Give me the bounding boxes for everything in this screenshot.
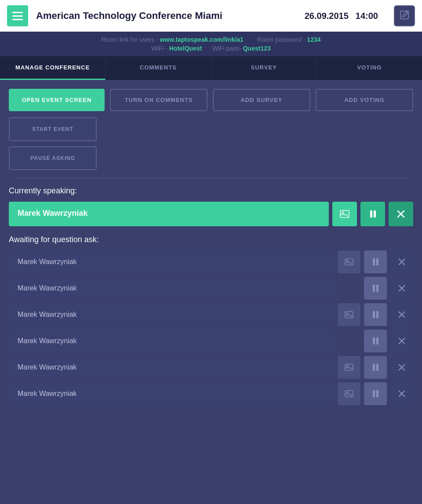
turn-on-comments-button[interactable]: TURN ON COMMENTS — [110, 89, 207, 111]
add-voting-button[interactable]: ADD VOTING — [316, 89, 413, 111]
room-link-label: Room link for users - — [101, 36, 160, 43]
image-icon — [345, 390, 353, 397]
pause-icon — [373, 311, 378, 318]
awaiting-remove-button[interactable] — [390, 277, 413, 300]
close-icon — [397, 210, 405, 218]
awaiting-speaker-name: Marek Wawrzyniak — [9, 304, 334, 326]
room-password: 1234 — [307, 36, 320, 43]
awaiting-list: Marek Wawrzyniak — [9, 250, 413, 405]
awaiting-remove-button[interactable] — [390, 330, 413, 352]
awaiting-image-button[interactable] — [338, 382, 360, 405]
action-row-1: OPEN EVENT SCREEN TURN ON COMMENTS ADD S… — [9, 89, 413, 111]
wifi-pass-label: WiFi pass- — [212, 45, 243, 52]
speaker-image-button[interactable] — [332, 202, 357, 226]
svg-point-6 — [347, 313, 349, 315]
pause-asking-button[interactable]: PAUSE ASKING — [9, 146, 97, 170]
close-icon — [398, 285, 405, 292]
room-link-row: Room link for users - www.taptospeak.com… — [9, 36, 413, 43]
edit-button[interactable] — [394, 5, 415, 26]
tab-manage-conference[interactable]: MANAGE CONFERENCE — [0, 56, 106, 80]
info-bar: Room link for users - www.taptospeak.com… — [0, 32, 422, 56]
list-item: Marek Wawrzyniak — [9, 382, 413, 405]
pause-icon — [373, 337, 378, 344]
pause-icon — [373, 390, 378, 397]
currently-speaking-label: Currently speaking: — [9, 186, 413, 196]
close-icon — [398, 258, 405, 265]
open-event-screen-button[interactable]: OPEN EVENT SCREEN — [9, 89, 105, 111]
svg-point-8 — [347, 366, 349, 367]
edit-icon — [400, 11, 409, 22]
room-password-label: Room password - — [257, 36, 307, 43]
awaiting-speaker-name: Marek Wawrzyniak — [9, 383, 334, 405]
wifi-pass: Quest123 — [243, 45, 271, 52]
awaiting-image-button[interactable] — [338, 303, 360, 326]
awaiting-pause-button[interactable] — [364, 330, 387, 352]
awaiting-pause-button[interactable] — [364, 277, 387, 300]
list-item: Marek Wawrzyniak — [9, 250, 413, 273]
start-event-button[interactable]: START EVENT — [9, 117, 97, 141]
awaiting-image-button[interactable] — [338, 250, 360, 273]
header-date: 26.09.2015 — [305, 11, 349, 21]
header-time: 14:00 — [356, 11, 378, 21]
awaiting-pause-button[interactable] — [364, 303, 387, 326]
list-item: Marek Wawrzyniak — [9, 303, 413, 326]
image-icon — [340, 210, 349, 218]
awaiting-remove-button[interactable] — [390, 356, 413, 379]
menu-button[interactable] — [7, 5, 28, 26]
room-link-url[interactable]: www.taptospeak.com/link/a1 — [160, 36, 244, 43]
wifi-row: WiFi - HotelQuest WiFi pass- Quest123 — [9, 45, 413, 52]
tab-comments[interactable]: COMMENTS — [106, 56, 211, 80]
pause-icon — [373, 364, 378, 371]
image-icon — [345, 364, 353, 371]
svg-point-4 — [347, 260, 349, 262]
add-survey-button[interactable]: ADD SURVEY — [213, 89, 310, 111]
conference-title: American Technology Conference Miami — [36, 10, 305, 22]
awaiting-remove-button[interactable] — [390, 382, 413, 405]
pause-icon — [373, 285, 378, 292]
list-item: Marek Wawrzyniak — [9, 277, 413, 300]
main-content: OPEN EVENT SCREEN TURN ON COMMENTS ADD S… — [0, 80, 422, 417]
awaiting-speaker-name: Marek Wawrzyniak — [9, 277, 334, 299]
tab-survey[interactable]: SURVEY — [211, 56, 317, 80]
awaiting-speaker-name: Marek Wawrzyniak — [9, 330, 334, 352]
close-icon — [398, 337, 405, 344]
awaiting-image-button[interactable] — [338, 356, 360, 379]
close-icon — [398, 364, 405, 371]
list-item: Marek Wawrzyniak — [9, 330, 413, 352]
svg-point-10 — [347, 392, 349, 394]
header: American Technology Conference Miami 26.… — [0, 0, 422, 32]
wifi-name: HotelQuest — [169, 45, 202, 52]
tab-voting[interactable]: VOTING — [317, 56, 422, 80]
awaiting-remove-button[interactable] — [390, 303, 413, 326]
tabs-bar: MANAGE CONFERENCE COMMENTS SURVEY VOTING — [0, 56, 422, 80]
image-icon — [345, 258, 353, 265]
list-item: Marek Wawrzyniak — [9, 356, 413, 379]
close-icon — [398, 390, 405, 397]
header-datetime: 26.09.2015 14:00 — [305, 11, 378, 21]
close-icon — [398, 311, 405, 318]
awaiting-pause-button[interactable] — [364, 250, 387, 273]
pause-icon — [373, 258, 378, 265]
pause-icon — [370, 210, 376, 218]
awaiting-label: Awaiting for question ask: — [9, 235, 413, 244]
awaiting-speaker-name: Marek Wawrzyniak — [9, 356, 334, 378]
awaiting-pause-button[interactable] — [364, 382, 387, 405]
image-icon — [345, 311, 353, 318]
current-speaker-name: Marek Wawrzyniak — [9, 202, 329, 226]
awaiting-speaker-name: Marek Wawrzyniak — [9, 251, 334, 273]
divider-1 — [9, 178, 413, 178]
awaiting-remove-button[interactable] — [390, 250, 413, 273]
speaker-remove-button[interactable] — [389, 202, 413, 226]
speaker-pause-button[interactable] — [360, 202, 385, 226]
svg-point-2 — [342, 212, 344, 214]
wifi-label: WiFi - — [151, 45, 169, 52]
awaiting-pause-button[interactable] — [364, 356, 387, 379]
currently-speaking-row: Marek Wawrzyniak — [9, 202, 413, 226]
